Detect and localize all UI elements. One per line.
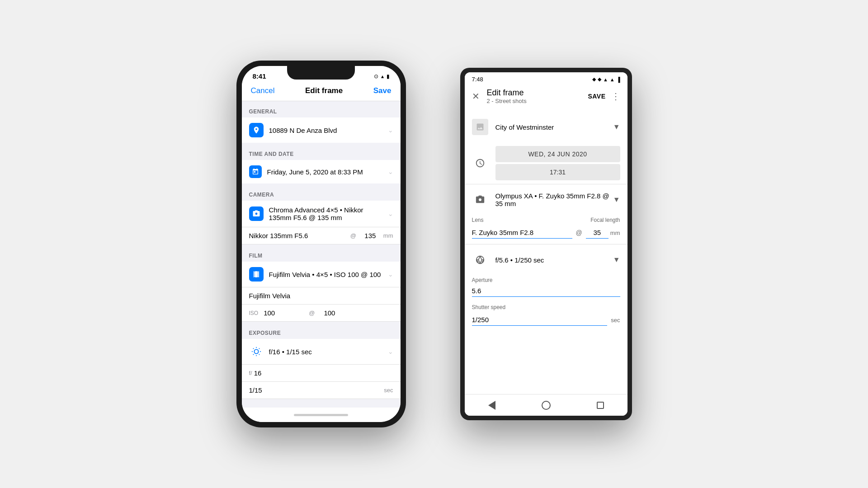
film-chevron: ⌄ bbox=[388, 271, 393, 278]
android-dot1-icon: ◆ bbox=[592, 76, 596, 82]
more-options-button[interactable]: ⋮ bbox=[611, 91, 620, 102]
general-section-header: GENERAL bbox=[242, 101, 401, 117]
android-nav-bar bbox=[465, 394, 627, 416]
aperture-label: Aperture bbox=[465, 273, 627, 285]
film-value: Fujifilm Velvia • 4×5 • ISO 100 @ 100 bbox=[269, 271, 388, 278]
camera-value: Chroma Advanced 4×5 • Nikkor 135mm F5.6 … bbox=[269, 206, 388, 221]
film-name-input[interactable] bbox=[249, 292, 393, 300]
close-button[interactable]: ✕ bbox=[472, 91, 480, 102]
lens-label: Lens bbox=[472, 217, 484, 223]
svg-point-0 bbox=[254, 349, 258, 353]
focal-label: Focal length bbox=[590, 217, 620, 223]
android-focal-input[interactable] bbox=[586, 227, 609, 239]
shutter-input[interactable] bbox=[249, 386, 382, 394]
recents-button[interactable] bbox=[595, 400, 606, 411]
android-aperture-icon bbox=[472, 252, 488, 268]
ios-status-icons: ⊙ ▴ ▮ bbox=[374, 73, 390, 80]
iso-push-input[interactable] bbox=[324, 309, 360, 317]
android-toolbar-subtitle: 2 - Street shots bbox=[487, 98, 588, 104]
home-button[interactable] bbox=[541, 400, 552, 411]
android-location-row[interactable]: City of Westminster ▼ bbox=[465, 113, 627, 141]
focal-unit: mm bbox=[383, 232, 393, 239]
android-lens-input[interactable] bbox=[472, 227, 572, 239]
svg-line-3 bbox=[253, 348, 253, 349]
general-card: 10889 N De Anza Blvd ⌄ bbox=[242, 117, 401, 143]
focal-length-input[interactable] bbox=[359, 232, 382, 239]
android-screen: 7:48 ◆ ◆ ▲ ▲ ▐ ✕ Edit frame 2 - Street s… bbox=[465, 72, 627, 416]
android-dot2-icon: ◆ bbox=[598, 76, 601, 82]
android-lens-label-row: Lens Focal length bbox=[465, 213, 627, 225]
aperture-prefix: f/ bbox=[249, 370, 252, 376]
back-button[interactable] bbox=[486, 400, 497, 411]
camera-row[interactable]: Chroma Advanced 4×5 • Nikkor 135mm F5.6 … bbox=[242, 201, 401, 227]
iso-input[interactable] bbox=[264, 309, 300, 317]
android-aperture-input[interactable] bbox=[472, 285, 620, 297]
android-exposure-chevron: ▼ bbox=[613, 256, 620, 264]
save-button[interactable]: Save bbox=[373, 86, 392, 95]
android-toolbar: ✕ Edit frame 2 - Street shots SAVE ⋮ bbox=[465, 84, 627, 110]
film-name-row bbox=[242, 287, 401, 305]
divider-1 bbox=[465, 184, 627, 184]
android-signal-icon: ▲ bbox=[603, 77, 608, 82]
shutter-label: Shutter speed bbox=[465, 297, 627, 312]
date-chevron: ⌄ bbox=[388, 168, 393, 175]
android-exposure-row[interactable]: f/5.6 • 1/250 sec ▼ bbox=[465, 246, 627, 273]
time-date-section-header: TIME AND DATE bbox=[242, 144, 401, 160]
cancel-button[interactable]: Cancel bbox=[251, 86, 275, 95]
date-value: Friday, June 5, 2020 at 8:33 PM bbox=[267, 168, 388, 176]
android-time: 7:48 bbox=[472, 76, 483, 83]
location-value: 10889 N De Anza Blvd bbox=[269, 127, 388, 134]
android-camera-row[interactable]: Olympus XA • F. Zuyko 35mm F2.8 @ 35 mm … bbox=[465, 186, 627, 213]
date-button[interactable]: WED, 24 JUN 2020 bbox=[495, 146, 620, 162]
exposure-chevron: ⌄ bbox=[388, 348, 393, 355]
back-triangle-icon bbox=[488, 401, 495, 410]
svg-line-7 bbox=[253, 354, 253, 355]
shutter-unit: sec bbox=[384, 387, 393, 394]
wifi-icon: ⊙ bbox=[374, 73, 378, 80]
svg-line-8 bbox=[259, 348, 259, 349]
time-button[interactable]: 17:31 bbox=[495, 164, 620, 180]
signal-icon: ▴ bbox=[381, 73, 384, 80]
iso-label: ISO bbox=[249, 310, 259, 316]
android-wifi-icon: ▲ bbox=[610, 77, 615, 82]
ios-content: GENERAL 10889 N De Anza Blvd ⌄ TIME AND … bbox=[242, 101, 401, 408]
camera-chevron: ⌄ bbox=[388, 210, 393, 217]
ios-phone: 8:41 ⊙ ▴ ▮ Cancel Edit frame Save GENERA… bbox=[236, 61, 406, 427]
location-content: City of Westminster bbox=[495, 123, 613, 131]
android-save-button[interactable]: SAVE bbox=[588, 93, 605, 100]
android-camera-chevron: ▼ bbox=[613, 196, 620, 204]
recents-square-icon bbox=[597, 402, 604, 409]
android-datetime-row: WED, 24 JUN 2020 17:31 bbox=[465, 141, 627, 182]
time-date-card: Friday, June 5, 2020 at 8:33 PM ⌄ bbox=[242, 160, 401, 183]
camera-content: Olympus XA • F. Zuyko 35mm F2.8 @ 35 mm bbox=[495, 192, 613, 207]
home-bar-line bbox=[294, 414, 348, 416]
film-row[interactable]: Fujifilm Velvia • 4×5 • ISO 100 @ 100 ⌄ bbox=[242, 262, 401, 287]
camera-icon bbox=[249, 206, 264, 221]
android-location-name: City of Westminster bbox=[495, 123, 613, 131]
exposure-card: f/16 • 1/15 sec ⌄ f/ sec bbox=[242, 339, 401, 399]
android-exposure-summary: f/5.6 • 1/250 sec bbox=[495, 256, 613, 264]
exposure-row[interactable]: f/16 • 1/15 sec ⌄ bbox=[242, 339, 401, 365]
android-shutter-input[interactable] bbox=[472, 314, 608, 326]
aperture-input[interactable] bbox=[254, 369, 393, 377]
date-row[interactable]: Friday, June 5, 2020 at 8:33 PM ⌄ bbox=[242, 160, 401, 183]
ios-notch bbox=[287, 66, 355, 80]
location-placeholder-icon bbox=[472, 119, 488, 135]
android-shutter-row: sec bbox=[465, 312, 627, 329]
android-battery-icon: ▐ bbox=[617, 77, 620, 82]
exposure-content: f/5.6 • 1/250 sec bbox=[495, 256, 613, 264]
android-location-chevron: ▼ bbox=[613, 123, 620, 131]
date-time-fields: WED, 24 JUN 2020 17:31 bbox=[495, 146, 620, 180]
camera-card: Chroma Advanced 4×5 • Nikkor 135mm F5.6 … bbox=[242, 201, 401, 244]
ios-nav-title: Edit frame bbox=[305, 86, 343, 95]
lens-input[interactable] bbox=[249, 232, 348, 239]
ios-time: 8:41 bbox=[253, 72, 266, 80]
android-focal-mm: mm bbox=[610, 230, 620, 236]
lens-input-row: @ mm bbox=[242, 227, 401, 244]
location-row[interactable]: 10889 N De Anza Blvd ⌄ bbox=[242, 117, 401, 143]
exposure-section-header: EXPOSURE bbox=[242, 323, 401, 339]
calendar-icon bbox=[249, 165, 262, 178]
location-icon bbox=[249, 123, 264, 137]
location-chevron: ⌄ bbox=[388, 127, 393, 134]
android-camera-icon bbox=[472, 192, 488, 208]
